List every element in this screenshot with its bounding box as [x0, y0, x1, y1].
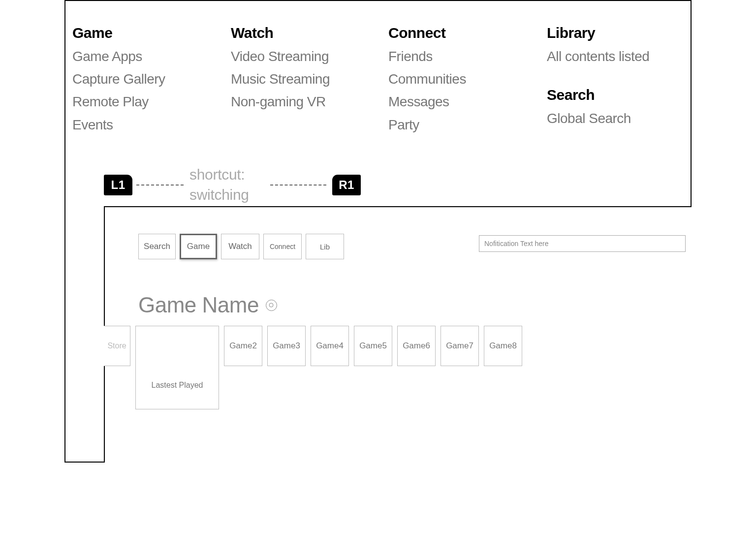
shortcut-bar: L1 shortcut: switching R1 — [104, 165, 361, 205]
nav-heading-library: Library — [547, 25, 685, 41]
nav-item-events[interactable]: Events — [72, 114, 231, 136]
r1-button[interactable]: R1 — [332, 175, 361, 195]
inner-frame: Search Game Watch Connect Lib Nofiticati… — [104, 206, 692, 463]
tile-game7[interactable]: Game7 — [441, 326, 479, 366]
tab-lib[interactable]: Lib — [306, 234, 344, 259]
nav-item-music-streaming[interactable]: Music Streaming — [231, 68, 388, 91]
outer-frame: Game Game Apps Capture Gallery Remote Pl… — [64, 0, 692, 463]
tile-game5[interactable]: Game5 — [354, 326, 392, 366]
nav-col-connect: Connect Friends Communities Messages Par… — [388, 25, 547, 136]
nav-item-all-contents[interactable]: All contents listed — [547, 45, 685, 68]
game-title-row: Game Name — [138, 293, 277, 317]
nav-heading-watch: Watch — [231, 25, 388, 41]
disc-icon — [266, 300, 277, 311]
nav-item-capture-gallery[interactable]: Capture Gallery — [72, 68, 231, 91]
tab-connect[interactable]: Connect — [263, 234, 302, 259]
tile-game4[interactable]: Game4 — [311, 326, 349, 366]
nav-item-global-search[interactable]: Global Search — [547, 107, 685, 130]
game-title: Game Name — [138, 293, 259, 317]
tile-store[interactable]: Store — [104, 326, 130, 366]
nav-col-library-search: Library All contents listed Search Globa… — [547, 25, 685, 136]
nav-item-messages[interactable]: Messages — [388, 91, 547, 113]
nav-item-remote-play[interactable]: Remote Play — [72, 91, 231, 113]
nav-item-friends[interactable]: Friends — [388, 45, 547, 68]
l1-button[interactable]: L1 — [104, 175, 132, 195]
tab-game[interactable]: Game — [180, 234, 217, 259]
dashes-right — [270, 185, 326, 186]
nav-col-game: Game Game Apps Capture Gallery Remote Pl… — [72, 25, 231, 136]
nav-item-game-apps[interactable]: Game Apps — [72, 45, 231, 68]
shortcut-label-line1: shortcut: — [189, 166, 245, 183]
tab-watch[interactable]: Watch — [221, 234, 259, 259]
tile-game3[interactable]: Game3 — [267, 326, 306, 366]
shortcut-label: shortcut: switching — [189, 165, 263, 205]
tile-game6[interactable]: Game6 — [397, 326, 436, 366]
dashes-left — [136, 185, 184, 186]
nav-col-watch: Watch Video Streaming Music Streaming No… — [231, 25, 388, 136]
top-nav: Game Game Apps Capture Gallery Remote Pl… — [65, 1, 691, 136]
shortcut-label-line2: switching — [189, 186, 249, 203]
nav-item-non-gaming-vr[interactable]: Non-gaming VR — [231, 91, 388, 113]
nav-item-communities[interactable]: Communities — [388, 68, 547, 91]
tiles-row: Store Lastest Played Game2 Game3 Game4 G… — [104, 326, 522, 409]
tile-game2[interactable]: Game2 — [224, 326, 262, 366]
tile-game8[interactable]: Game8 — [484, 326, 522, 366]
tab-search[interactable]: Search — [138, 234, 176, 259]
nav-item-video-streaming[interactable]: Video Streaming — [231, 45, 388, 68]
tab-row: Search Game Watch Connect Lib — [138, 234, 344, 259]
nav-heading-connect: Connect — [388, 25, 547, 41]
notification-box[interactable]: Nofitication Text here — [479, 235, 686, 252]
tile-lastest-played[interactable]: Lastest Played — [135, 326, 219, 409]
nav-heading-game: Game — [72, 25, 231, 41]
nav-item-party[interactable]: Party — [388, 114, 547, 136]
nav-heading-search: Search — [547, 87, 685, 103]
